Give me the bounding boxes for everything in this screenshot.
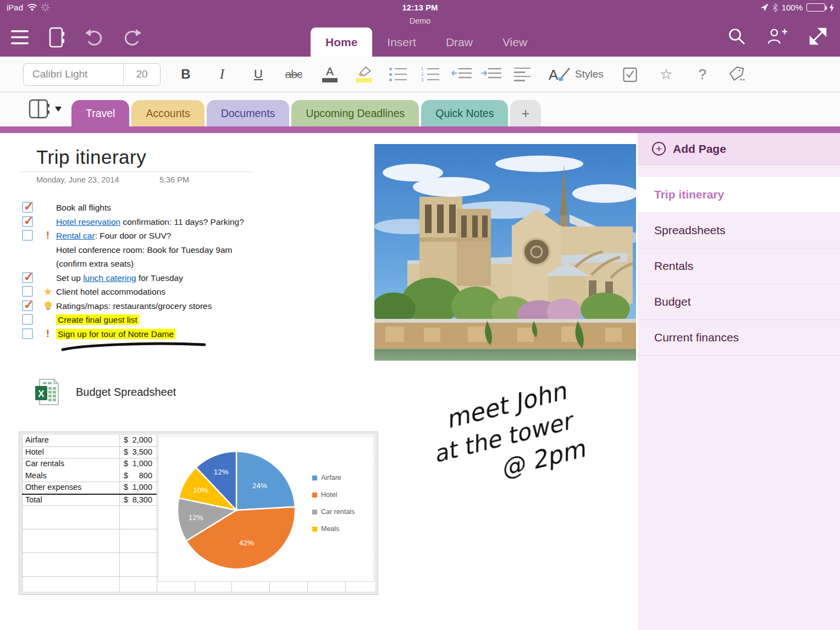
svg-text:24%: 24% — [252, 482, 267, 490]
highlight-color-swatch — [356, 78, 372, 82]
font-color-swatch — [322, 78, 338, 82]
share-people-icon[interactable] — [767, 26, 787, 46]
chart-legend: Airfare Hotel Car rentals Meals — [312, 474, 355, 533]
todo-checkbox[interactable] — [22, 230, 33, 241]
section-tab-travel[interactable]: Travel — [71, 100, 129, 126]
legend-label: Hotel — [321, 491, 337, 499]
charging-bolt-icon — [829, 3, 835, 12]
check-mark: ✓ — [24, 200, 34, 214]
indent-button[interactable] — [479, 62, 504, 86]
sheet-row: Other expenses$1,000 — [22, 482, 157, 494]
page-item-rentals[interactable]: Rentals — [638, 248, 840, 284]
underline-button[interactable]: U — [246, 62, 270, 86]
question-tag-button[interactable]: ? — [690, 62, 715, 86]
more-tags-button[interactable] — [725, 62, 749, 86]
todo-checkbox[interactable]: ✓ — [22, 216, 33, 227]
fullscreen-icon[interactable] — [808, 26, 828, 46]
notre-dame-photo[interactable] — [374, 144, 636, 361]
todo-checkbox[interactable] — [22, 286, 33, 297]
menu-icon[interactable] — [10, 27, 30, 47]
highlighted-text: Sign up for tour of Notre Dame — [56, 329, 175, 339]
font-size[interactable]: 20 — [124, 64, 160, 85]
clock: 12:13 PM — [0, 3, 840, 12]
legend-swatch — [312, 493, 317, 498]
highlighter-button[interactable] — [352, 62, 376, 86]
svg-text:42%: 42% — [239, 539, 254, 547]
legend-label: Airfare — [321, 474, 341, 482]
todo-tag-button[interactable] — [618, 62, 642, 86]
numbered-list-icon: 1 2 3 — [421, 68, 439, 81]
font-name[interactable]: Calibri Light — [24, 64, 124, 85]
important-tag-icon: ! — [40, 229, 56, 241]
todo-item: ★ Client hotel accommodations — [22, 285, 330, 299]
outdent-button[interactable] — [450, 62, 474, 86]
important-tag-icon: ! — [40, 327, 56, 340]
font-color-button[interactable]: A — [318, 62, 342, 86]
bold-button[interactable]: B — [174, 62, 198, 86]
todo-checkbox[interactable]: ✓ — [22, 272, 33, 283]
page-item-spreadsheets[interactable]: Spreadsheets — [638, 213, 840, 248]
highlighter-pen-icon — [357, 67, 371, 78]
notebooks-icon[interactable] — [47, 27, 67, 47]
bluetooth-icon — [772, 3, 778, 12]
section-tab-documents[interactable]: Documents — [207, 100, 290, 126]
todo-checkbox[interactable] — [22, 314, 33, 325]
star-tag-icon: ★ — [40, 285, 56, 298]
todo-item: Hotel conference room: Book for Tuesday … — [22, 243, 330, 271]
svg-text:A: A — [549, 67, 559, 82]
hotel-reservation-link[interactable]: Hotel reservation — [56, 217, 120, 226]
todo-checkbox[interactable]: ✓ — [22, 300, 33, 311]
svg-text:10%: 10% — [193, 486, 208, 494]
pie-chart-plot: 24%42%12%10%12% — [158, 436, 318, 581]
page-item-trip-itinerary[interactable]: Trip itinerary — [638, 177, 840, 213]
legend-swatch — [312, 476, 317, 480]
page-canvas[interactable]: Trip itinerary Monday, June 23, 2014 5:3… — [0, 133, 638, 630]
check-mark: ✓ — [24, 298, 34, 312]
bullet-list-button[interactable] — [386, 62, 410, 86]
notebook-pane-toggle[interactable] — [29, 99, 62, 119]
add-section-button[interactable]: + — [510, 100, 540, 126]
page-time: 5:36 PM — [159, 175, 189, 184]
sheet-row: Meals$800 — [22, 471, 157, 483]
tag-icon — [728, 66, 745, 82]
page-item-current-finances[interactable]: Current finances — [638, 320, 840, 356]
tab-insert[interactable]: Insert — [372, 27, 431, 57]
rental-car-link[interactable]: Rental car — [56, 231, 95, 240]
redo-icon[interactable] — [122, 27, 142, 47]
page-title[interactable]: Trip itinerary — [36, 146, 146, 168]
add-page-button[interactable]: + Add Page — [638, 133, 840, 165]
attachment-label[interactable]: Budget Spreadsheet — [76, 386, 176, 399]
ink-underline-stroke — [60, 341, 209, 354]
pie-chart: 24%42%12%10%12% Airfare Hotel Car rental… — [158, 436, 374, 582]
alignment-button[interactable] — [510, 62, 534, 86]
star-tag-button[interactable]: ☆ — [654, 62, 678, 86]
todo-checkbox-icon — [623, 67, 637, 82]
numbered-list-button[interactable]: 1 2 3 — [418, 62, 442, 86]
todo-checkbox[interactable]: ✓ — [22, 202, 33, 213]
search-icon[interactable] — [727, 26, 747, 46]
undo-icon[interactable] — [85, 27, 104, 47]
strikethrough-button[interactable]: abc — [281, 62, 306, 86]
todo-checkbox[interactable] — [22, 328, 33, 339]
outdent-icon — [452, 67, 472, 81]
check-mark: ✓ — [24, 214, 34, 228]
italic-button[interactable]: I — [210, 62, 234, 86]
section-tab-accounts[interactable]: Accounts — [131, 100, 204, 126]
tab-home[interactable]: Home — [311, 27, 372, 57]
status-bar: iPad 12:13 PM Demo — [0, 0, 840, 15]
tab-draw[interactable]: Draw — [431, 27, 488, 57]
spreadsheet-attachment[interactable]: X Budget Spreadsheet — [34, 378, 176, 406]
styles-button[interactable]: A Styles — [549, 67, 604, 82]
tab-view[interactable]: View — [488, 27, 542, 57]
spreadsheet-embed[interactable]: Airfare$2,000 Hotel$3,500 Car rentals$1,… — [19, 432, 378, 595]
sheet-grid: Airfare$2,000 Hotel$3,500 Car rentals$1,… — [22, 435, 375, 592]
battery-icon — [806, 3, 825, 12]
font-picker[interactable]: Calibri Light 20 — [23, 63, 161, 86]
svg-text:X: X — [38, 389, 45, 399]
lunch-catering-link[interactable]: lunch catering — [83, 273, 136, 283]
section-tab-upcoming-deadlines[interactable]: Upcoming Deadlines — [291, 100, 419, 126]
page-item-budget[interactable]: Budget — [638, 284, 840, 320]
chevron-down-icon — [55, 107, 62, 112]
section-tab-quick-notes[interactable]: Quick Notes — [421, 100, 508, 126]
legend-swatch — [312, 527, 317, 532]
